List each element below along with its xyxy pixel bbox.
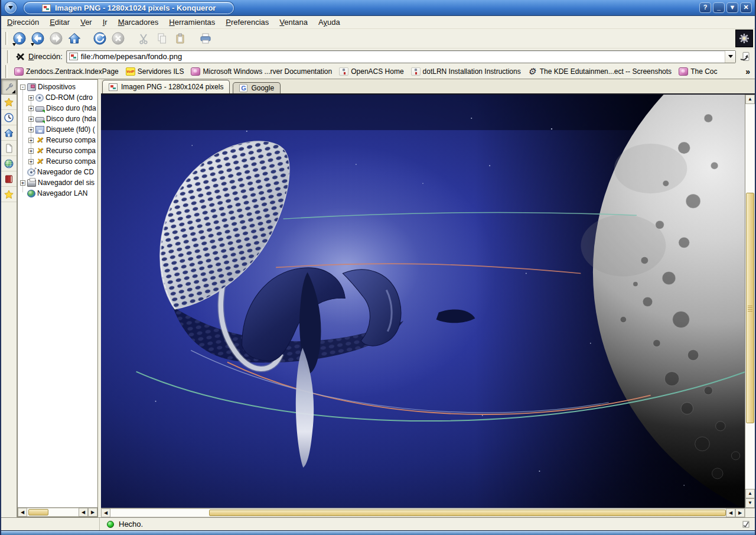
menu-item[interactable]: Herramientas [169,18,215,27]
scroll-left-button[interactable]: ◀ [101,508,110,517]
tree-expander[interactable]: + [28,138,34,143]
sidebar-configure-button[interactable] [1,79,17,95]
up-button[interactable] [10,30,28,48]
menu-item[interactable]: Ver [80,18,92,27]
tab-image[interactable]: Imagen PNG - 1280x1024 pixels [102,80,230,93]
menu-item[interactable]: Editar [50,18,70,27]
sidebar-home-button[interactable] [1,125,17,141]
scroll-up-button[interactable]: ▲ [745,95,755,104]
scroll-down-button[interactable]: ▼ [745,498,755,508]
menu-item[interactable]: Marcadores [118,18,159,27]
bookmark-label: The KDE Edutainmen...ect -- Screenshots [540,67,672,76]
figure-icon [339,67,348,76]
bookmarkbar-grip[interactable] [5,65,8,78]
print-button[interactable] [196,30,214,48]
tree-expander[interactable]: + [28,95,34,100]
reload-icon [93,31,107,46]
red-book-icon [4,174,14,184]
sidebar-services-button[interactable] [1,171,17,187]
status-text: Hecho. [119,520,742,528]
window-menu-button[interactable] [5,2,17,14]
sidebar-history-button[interactable] [1,110,17,125]
tree-item[interactable]: Navegador de CD [18,167,97,177]
scroll-left-button[interactable]: ◀ [726,508,735,517]
maximize-button[interactable]: ▼ [726,2,738,13]
menu-item[interactable]: Ventana [279,18,308,27]
location-dropdown-button[interactable] [725,51,735,63]
tree-expander[interactable]: + [28,106,34,111]
image-viewport: ▲ ▲ ▼ [101,95,755,508]
help-button[interactable]: ? [699,2,711,13]
scrollbar-thumb[interactable] [28,509,48,515]
menu-item[interactable]: Ayuda [318,18,340,27]
locationbar-grip[interactable] [7,50,9,63]
scrollbar-track[interactable] [27,508,79,517]
bookmark-item[interactable]: Microsoft Windows ...rver Documentation [188,66,335,77]
home-button[interactable] [65,30,83,48]
scroll-up-button[interactable]: ▲ [745,489,755,498]
wrench-icon [4,82,14,92]
scrollbar-thumb[interactable] [746,193,754,424]
titlebar[interactable]: Imagen PNG - 1280x1024 pixels - Konquero… [1,0,755,16]
reload-button[interactable] [90,30,109,48]
tree-expander[interactable]: + [28,159,34,164]
scroll-left-button[interactable]: ◀ [79,508,88,517]
scroll-left-button[interactable]: ◀ [18,508,27,517]
sidebar-root-folder-button[interactable] [1,141,17,156]
close-button[interactable]: ✕ [740,2,752,13]
tree-expander[interactable]: + [28,127,34,132]
menu-item[interactable]: Ir [103,18,107,27]
bookmark-label: Servidores ILS [138,67,184,76]
status-led-icon [107,521,114,528]
bookmark-item[interactable]: OpenACS Home [336,66,406,77]
bookmark-item[interactable]: Servidores ILS [123,66,187,77]
bookmarks-overflow-chevron[interactable]: » [745,67,751,76]
tree-item[interactable]: + Disquete (fd0) ( [18,124,97,135]
figure-icon [411,67,421,76]
menu-item[interactable]: Dirección [7,18,39,27]
tree-item[interactable]: + CD-ROM (cdro [18,92,97,103]
menu-item[interactable]: Preferencias [226,18,269,27]
statusbar-flag-icon[interactable] [742,520,750,528]
title-pill: Imagen PNG - 1280x1024 pixels - Konquero… [24,2,234,14]
tree-item[interactable]: + Navegador del sis [18,177,97,188]
bookmark-item[interactable]: dotLRN Installation Instructions [408,66,524,77]
back-button[interactable] [28,30,47,48]
scroll-right-button[interactable]: ▶ [88,508,97,517]
scrollbar-track[interactable] [745,104,755,489]
scrollbar-thumb[interactable] [209,510,726,516]
home-icon [4,128,14,138]
tree-item[interactable]: + Recurso compa [18,156,97,167]
scroll-right-button[interactable]: ▶ [735,508,745,517]
printer-icon [198,31,213,46]
globe-icon [4,158,14,169]
document-icon [4,143,14,154]
tree-expander[interactable]: + [28,116,34,122]
minimize-button[interactable]: _ [713,2,725,13]
horizontal-scrollbar: ◀ ◀▶ [101,508,755,517]
tree-item[interactable]: + Disco duro (hda [18,103,97,114]
tree-item[interactable]: + Disco duro (hda [18,114,97,124]
bookmark-item[interactable]: The KDE Edutainmen...ect -- Screenshots [525,66,674,77]
tree-item[interactable]: + Recurso compa [18,145,97,156]
tree-expander[interactable]: + [28,148,34,154]
toolbar-grip[interactable] [5,32,8,45]
sidebar-bookmarks-alt-button[interactable] [1,187,17,202]
sidebar-bookmarks-button[interactable] [1,95,17,110]
bookmark-item[interactable]: Zendocs.Zentrack.IndexPage [11,66,122,77]
tree-expander[interactable]: - [20,85,25,90]
tree-item[interactable]: Navegador LAN [18,188,97,199]
tree-item[interactable]: - Dispositivos [18,82,97,92]
go-button[interactable] [739,51,751,63]
bookmark-item[interactable]: The Coc [676,66,720,77]
tree-item-label: Disquete (fd0) ( [46,125,95,134]
sidebar-network-button[interactable] [1,156,17,171]
tree-item-label: Navegador del sis [38,179,94,187]
scrollbar-track[interactable] [110,508,726,517]
clear-location-icon[interactable] [15,52,25,61]
tree-item[interactable]: + Recurso compa [18,135,97,145]
tree-item-label: Recurso compa [46,147,96,155]
tree-expander[interactable]: + [20,180,25,186]
tab-google[interactable]: Google [233,82,281,93]
location-input[interactable] [78,52,725,61]
